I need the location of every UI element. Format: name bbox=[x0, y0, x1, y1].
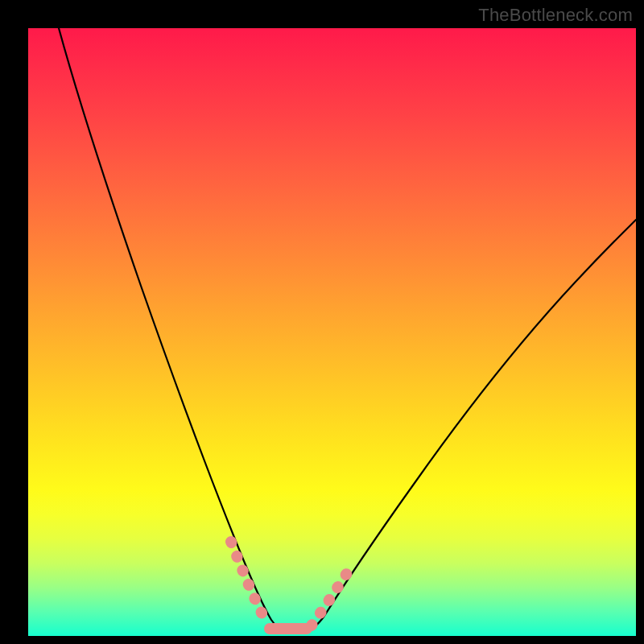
watermark-text: TheBottleneck.com bbox=[478, 5, 633, 26]
chart-svg bbox=[28, 28, 636, 636]
chart-plot-area bbox=[28, 28, 636, 636]
bottleneck-curve-line bbox=[59, 28, 636, 631]
left-wall-marker bbox=[231, 542, 266, 622]
right-wall-marker bbox=[312, 566, 352, 625]
